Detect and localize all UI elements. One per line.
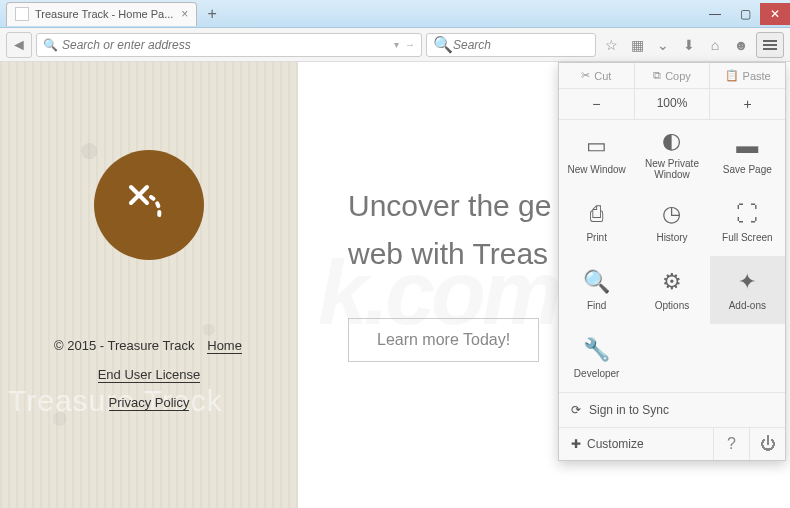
maximize-button[interactable]: ▢	[730, 3, 760, 25]
address-bar[interactable]: 🔍 ▾ →	[36, 33, 422, 57]
sync-button[interactable]: ⟳Sign in to Sync	[559, 392, 785, 427]
star-icon[interactable]: ☆	[600, 34, 622, 56]
tab-title: Treasure Track - Home Pa...	[35, 8, 173, 20]
home-icon[interactable]: ⌂	[704, 34, 726, 56]
print-button[interactable]: ⎙Print	[559, 188, 634, 256]
browser-tab[interactable]: Treasure Track - Home Pa... ×	[6, 2, 197, 26]
cut-button[interactable]: ✂Cut	[559, 63, 635, 88]
customize-button[interactable]: ✚Customize	[559, 428, 713, 460]
new-window-button[interactable]: ▭New Window	[559, 120, 634, 188]
zoom-out-button[interactable]: −	[559, 89, 635, 119]
go-icon[interactable]: →	[405, 39, 415, 50]
options-button[interactable]: ⚙Options	[634, 256, 709, 324]
window-icon: ▭	[586, 134, 607, 160]
fullscreen-icon: ⛶	[736, 202, 758, 228]
plus-icon: ✚	[571, 437, 581, 451]
search-icon: 🔍	[43, 38, 58, 52]
fullscreen-button[interactable]: ⛶Full Screen	[710, 188, 785, 256]
menu-grid: ▭New Window ◐New Private Window ▬Save Pa…	[559, 120, 785, 392]
minimize-button[interactable]: —	[700, 3, 730, 25]
cut-icon: ✂	[581, 69, 590, 82]
page-sidebar: Treasure Track © 2015 - Treasure Track H…	[0, 62, 298, 508]
copy-icon: ⧉	[653, 69, 661, 82]
dropdown-icon[interactable]: ▾	[394, 39, 399, 50]
search-bar[interactable]: 🔍	[426, 33, 596, 57]
pocket-icon[interactable]: ⌄	[652, 34, 674, 56]
chat-icon[interactable]: ☻	[730, 34, 752, 56]
sync-icon: ⟳	[571, 403, 581, 417]
menu-edit-row: ✂Cut ⧉Copy 📋Paste	[559, 63, 785, 89]
wrench-icon: 🔧	[583, 338, 610, 364]
address-input[interactable]	[62, 38, 390, 52]
print-icon: ⎙	[590, 202, 603, 228]
paste-icon: 📋	[725, 69, 739, 82]
clipboard-icon[interactable]: ▦	[626, 34, 648, 56]
gear-icon: ⚙	[662, 270, 682, 296]
paste-button[interactable]: 📋Paste	[710, 63, 785, 88]
menu-zoom-row: − 100% +	[559, 89, 785, 120]
tab-close-icon[interactable]: ×	[181, 7, 188, 21]
downloads-icon[interactable]: ⬇	[678, 34, 700, 56]
developer-button[interactable]: 🔧Developer	[559, 324, 634, 392]
find-button[interactable]: 🔍Find	[559, 256, 634, 324]
window-controls: — ▢ ✕	[700, 3, 790, 25]
zoom-level: 100%	[635, 89, 711, 119]
window-titlebar: Treasure Track - Home Pa... × + — ▢ ✕	[0, 0, 790, 28]
new-tab-button[interactable]: +	[201, 5, 222, 23]
back-button[interactable]: ◄	[6, 32, 32, 58]
power-button[interactable]: ⏻	[749, 428, 785, 460]
history-icon: ◷	[662, 202, 681, 228]
footer-links: © 2015 - Treasure Track Home End User Li…	[0, 332, 298, 418]
save-icon: ▬	[736, 134, 758, 160]
mask-icon: ◐	[662, 128, 681, 154]
copyright-text: © 2015 - Treasure Track	[54, 338, 194, 353]
new-private-window-button[interactable]: ◐New Private Window	[634, 120, 709, 188]
find-icon: 🔍	[583, 270, 610, 296]
menu-footer: ✚Customize ? ⏻	[559, 427, 785, 460]
save-page-button[interactable]: ▬Save Page	[710, 120, 785, 188]
treasure-logo	[94, 150, 204, 260]
addons-button[interactable]: ✦Add-ons	[710, 256, 785, 324]
tab-favicon	[15, 7, 29, 21]
hamburger-menu-panel: ✂Cut ⧉Copy 📋Paste − 100% + ▭New Window ◐…	[558, 62, 786, 461]
nav-toolbar: ◄ 🔍 ▾ → 🔍 ☆ ▦ ⌄ ⬇ ⌂ ☻	[0, 28, 790, 62]
close-window-button[interactable]: ✕	[760, 3, 790, 25]
help-button[interactable]: ?	[713, 428, 749, 460]
zoom-in-button[interactable]: +	[710, 89, 785, 119]
puzzle-icon: ✦	[738, 270, 756, 296]
learn-more-button[interactable]: Learn more Today!	[348, 318, 539, 362]
copy-button[interactable]: ⧉Copy	[635, 63, 711, 88]
eula-link[interactable]: End User License	[98, 367, 201, 383]
menu-button[interactable]	[756, 32, 784, 58]
privacy-link[interactable]: Privacy Policy	[109, 395, 190, 411]
history-button[interactable]: ◷History	[634, 188, 709, 256]
home-link[interactable]: Home	[207, 338, 242, 354]
search-icon: 🔍	[433, 35, 453, 54]
search-input[interactable]	[453, 38, 589, 52]
